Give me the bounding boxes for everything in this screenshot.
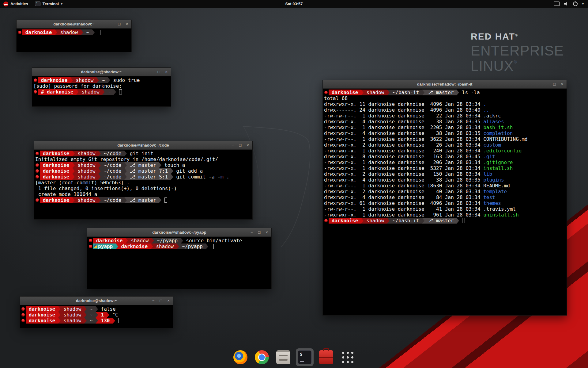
terminal-icon (35, 2, 40, 6)
terminal-body[interactable]: darknoise shadow ~ sudo true[sudo] passw… (32, 76, 171, 96)
terminal-text: drwxrwxr-x. 2 darknoise darknoise 40 Jan… (324, 189, 483, 194)
minimize-button[interactable]: − (152, 297, 155, 305)
registered-mark: ® (515, 33, 518, 37)
terminal-line: darknoise shadow ~/code git init (35, 151, 251, 156)
prompt-segment-host: shadow (73, 77, 96, 83)
minimize-button[interactable]: − (232, 141, 234, 149)
powerline-arrow (96, 318, 98, 324)
maximize-button[interactable]: □ (160, 297, 162, 305)
window-titlebar[interactable]: darknoise@shadow:~/bash-it−□× (323, 80, 567, 89)
app-menu-terminal[interactable]: Terminal ▾ (32, 0, 66, 8)
terminal-body[interactable]: darknoise shadow ~ false darknoise shado… (20, 305, 173, 324)
terminal-line: -rw-rw-r--. 1 darknoise darknoise 18630 … (324, 183, 565, 189)
powerline-arrow (72, 162, 75, 168)
window-titlebar[interactable]: darknoise@shadow:~/pyapp−□× (87, 228, 271, 237)
powerline-arrow (58, 312, 61, 318)
terminal-text: drwxrwxr-x. 4 darknoise darknoise 38 Jan… (324, 177, 483, 183)
maximize-button[interactable]: □ (553, 80, 556, 88)
powerline-arrow (92, 29, 95, 35)
dock-item-files[interactable] (274, 348, 292, 366)
close-button[interactable]: × (167, 297, 170, 305)
terminal-text: drwxrwxr-x. 4 darknoise darknoise 84 Jan… (324, 194, 483, 200)
dock-item-apps-grid[interactable] (339, 348, 356, 366)
prompt-segment-path: ~/pyapp (154, 238, 181, 243)
terminal-body[interactable]: darknoise shadow ~/pyapp source bin/acti… (87, 237, 271, 250)
powerline-arrow (206, 243, 208, 249)
terminal-body[interactable]: darknoise shadow ~/bash-it ⎇ master ls -… (323, 89, 567, 224)
maximize-button[interactable]: □ (239, 141, 242, 149)
prompt-segment-git: ⎇ master (424, 90, 457, 95)
terminal-line: drwxrwxr-x. 11 darknoise darknoise 4096 … (324, 101, 565, 107)
window-titlebar[interactable]: darknoise@shadow:~−□× (32, 68, 171, 76)
system-status-area[interactable]: ▾ (554, 0, 588, 8)
powerline-arrow (152, 238, 154, 243)
brand-linux-text: LINUX (471, 58, 514, 74)
window-titlebar[interactable]: darknoise@shadow:~−□× (20, 297, 173, 305)
close-button[interactable]: × (165, 68, 168, 76)
maximize-button[interactable]: □ (118, 20, 121, 28)
prompt-segment-host: shadow (75, 151, 98, 156)
dock (232, 348, 356, 366)
clock[interactable]: Sat 03:57 (285, 2, 303, 6)
maximize-button[interactable]: □ (158, 68, 160, 76)
prompt-segment-user: darknoise (26, 318, 58, 324)
volume-icon[interactable] (564, 2, 568, 6)
redhat-icon (3, 2, 8, 6)
prompt-segment-host: shadow (364, 218, 387, 224)
activities-button[interactable]: Activities (0, 0, 32, 8)
terminal-line: darknoise shadow ~ 130 (21, 318, 172, 324)
powerline-arrow (72, 174, 75, 180)
power-icon[interactable] (573, 2, 578, 6)
files-icon (276, 350, 290, 364)
window-controls: −□× (251, 228, 271, 236)
window-title: darknoise@shadow:~/bash-it (323, 82, 567, 86)
close-button[interactable]: × (247, 141, 249, 149)
display-icon[interactable] (554, 2, 560, 6)
terminal-text: drwxrwxr-x. 4 darknoise darknoise 38 Jan… (324, 119, 483, 125)
minimize-button[interactable]: − (150, 68, 153, 76)
prompt-segment-user: darknoise (38, 77, 70, 83)
dock-item-toolbox[interactable] (317, 348, 335, 366)
distro-icon (21, 318, 26, 324)
close-button[interactable]: × (126, 20, 128, 28)
close-button[interactable]: × (561, 80, 563, 88)
powerline-arrow (457, 218, 459, 224)
terminal-text (459, 218, 462, 224)
top-bar: Activities Terminal ▾ Sat 03:57 ▾ (0, 0, 588, 8)
terminal-text: .editorconfig (483, 148, 522, 154)
chevron-down-icon: ▾ (582, 2, 584, 6)
dock-item-firefox[interactable] (232, 348, 249, 366)
terminal-text: drwxrwxr-x. 2 darknoise darknoise 26 Jan… (324, 142, 483, 148)
terminal-text (161, 197, 164, 203)
distro-icon (21, 306, 26, 312)
terminal-text: sudo true (110, 77, 140, 83)
terminal-line: total 68 (324, 95, 565, 101)
minimize-button[interactable]: − (251, 228, 253, 236)
brand-redhat-text: RED HAT (471, 31, 515, 41)
terminal-text: -rwxrwxr-x. 1 darknoise darknoise 961 Ja… (324, 212, 483, 218)
close-button[interactable]: × (266, 228, 268, 236)
prompt-segment-path: ~ (105, 89, 114, 95)
terminal-text: drwxrwxr-x. 61 darknoise darknoise 4096 … (324, 200, 483, 206)
terminal-line: darknoise shadow ~/code ⎇ master ?:1 git… (35, 168, 251, 174)
brand-redhat: RED HAT® (471, 32, 564, 41)
apps-grid-icon (341, 351, 355, 364)
dock-item-terminal[interactable] (296, 348, 314, 366)
terminal-line: [sudo] password for darknoise: (33, 83, 170, 89)
window-titlebar[interactable]: darknoise@shadow:~/code−□× (34, 141, 252, 150)
terminal-line: drwxrwxr-x. 4 darknoise darknoise 84 Jan… (324, 194, 565, 200)
maximize-button[interactable]: □ (258, 228, 261, 236)
terminal-icon (298, 350, 312, 364)
prompt-segment-path: ~ (87, 318, 96, 324)
window-titlebar[interactable]: darknoise@shadow:~−□× (17, 20, 131, 29)
terminal-text: install.sh (483, 165, 513, 171)
powerline-arrow (98, 151, 101, 156)
minimize-button[interactable]: − (111, 20, 113, 28)
dock-item-chrome[interactable] (253, 348, 271, 366)
terminal-body[interactable]: darknoise shadow ~ (17, 29, 131, 36)
distro-icon (324, 218, 329, 224)
powerline-arrow (171, 168, 173, 174)
powerline-arrow (108, 77, 110, 83)
minimize-button[interactable]: − (546, 80, 548, 88)
terminal-body[interactable]: darknoise shadow ~/code git initInitiali… (34, 150, 252, 204)
